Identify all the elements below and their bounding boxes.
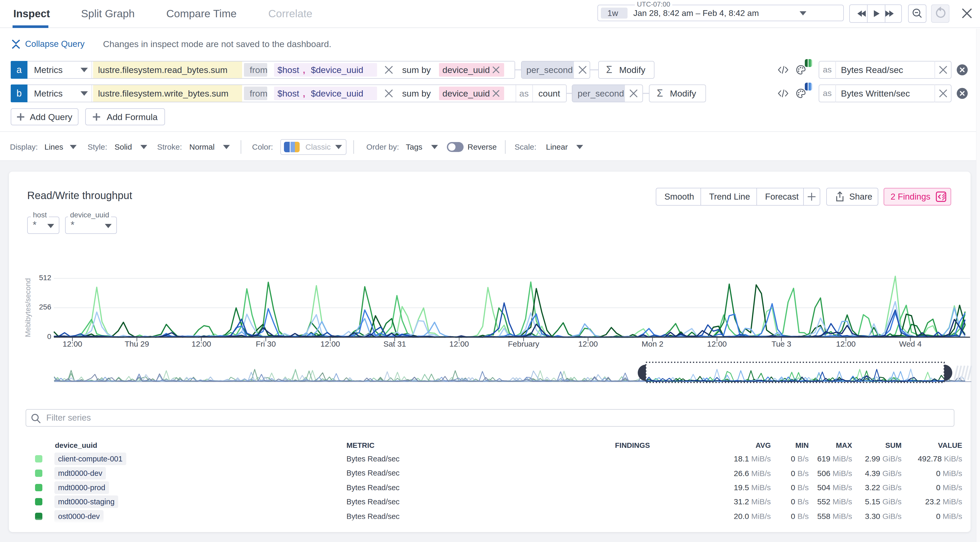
svg-text:12:00: 12:00 — [578, 340, 598, 348]
svg-text:Tue 3: Tue 3 — [772, 340, 791, 348]
svg-text:0: 0 — [47, 333, 51, 341]
svg-text:Fri 30: Fri 30 — [256, 340, 276, 348]
svg-text:Wed 4: Wed 4 — [899, 340, 921, 348]
svg-text:12:00: 12:00 — [62, 340, 82, 348]
svg-text:Thu 29: Thu 29 — [125, 340, 149, 348]
svg-text:12:00: 12:00 — [836, 340, 856, 348]
svg-text:February: February — [508, 340, 539, 348]
svg-text:12:00: 12:00 — [191, 340, 211, 348]
svg-text:12:00: 12:00 — [320, 340, 340, 348]
svg-text:512: 512 — [39, 274, 51, 282]
svg-text:Mebibytes/second: Mebibytes/second — [24, 278, 32, 337]
svg-text:12:00: 12:00 — [449, 340, 469, 348]
svg-text:Sat 31: Sat 31 — [383, 340, 406, 348]
svg-text:Mon 2: Mon 2 — [642, 340, 663, 348]
svg-text:256: 256 — [39, 303, 51, 311]
svg-text:12:00: 12:00 — [707, 340, 727, 348]
